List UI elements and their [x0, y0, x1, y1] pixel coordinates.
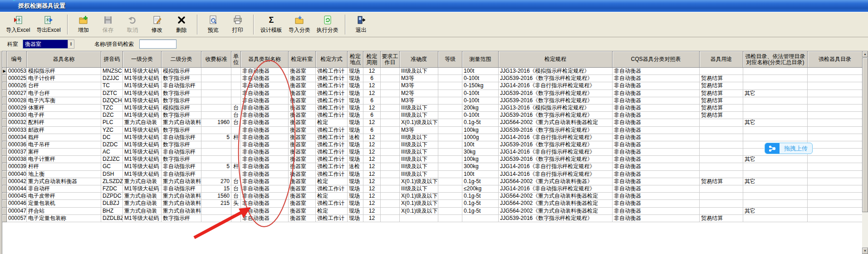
cell-cqs[interactable]: 非自动衡器 [613, 156, 700, 163]
cell-fee[interactable] [201, 90, 231, 97]
cell-cqs[interactable]: 非自动衡器 [613, 134, 700, 141]
cell-devclass[interactable]: 非自动衡器 [241, 68, 289, 75]
cell-usage[interactable] [700, 193, 743, 200]
cell-catalog_name[interactable] [743, 75, 808, 82]
cell-workdays[interactable] [381, 156, 400, 163]
cell-devclass[interactable]: 非自动衡器 [241, 171, 289, 178]
cell-cycle[interactable]: 6 [363, 127, 381, 134]
cell-unit[interactable]: 台 [231, 119, 241, 126]
cell-catalog_name[interactable] [743, 68, 808, 75]
cell-pinyin[interactable]: AC [101, 149, 123, 156]
cell-name[interactable]: 电子汽车衡 [27, 97, 101, 105]
cell-cat1[interactable]: M1等级大砝码 [123, 75, 162, 82]
cell-catalog[interactable] [808, 193, 862, 200]
row-selector-cell[interactable] [2, 75, 7, 82]
cell-dept[interactable]: 衡器室 [289, 105, 316, 112]
cell-dept[interactable]: 衡器室 [289, 75, 316, 82]
cell-pinyin[interactable]: DZJZC [101, 156, 123, 163]
cell-catalog[interactable] [808, 178, 862, 185]
cell-grade[interactable] [438, 149, 462, 156]
cell-pinyin[interactable]: TC [101, 82, 123, 90]
cell-fee[interactable] [201, 208, 231, 215]
scrollbar-thumb[interactable] [862, 58, 868, 212]
cell-place[interactable]: 现场 [348, 193, 363, 200]
cell-place[interactable]: 现场 [348, 75, 363, 82]
cell-cycle[interactable]: 12 [363, 163, 381, 170]
row-selector-cell[interactable] [2, 178, 7, 185]
cell-catalog[interactable] [808, 134, 862, 141]
cell-workdays[interactable] [381, 141, 400, 149]
cell-cat2[interactable]: 重力式自动装料 [162, 119, 201, 126]
cell-name[interactable]: 邮政秤 [27, 127, 101, 134]
cell-dept[interactable]: 衡器室 [289, 90, 316, 97]
cell-cycle[interactable]: 12 [363, 200, 381, 207]
row-selector-cell[interactable] [2, 97, 7, 105]
cell-cat2[interactable]: 模拟指示秤 [162, 68, 201, 75]
cell-no[interactable]: 000032 [7, 119, 27, 126]
column-header-workdays[interactable]: 要求工作日 [381, 51, 400, 68]
cell-dept[interactable]: 衡器室 [289, 119, 316, 126]
cell-pinyin[interactable]: DZTC [101, 90, 123, 97]
cell-workdays[interactable] [381, 193, 400, 200]
cell-range[interactable]: 30kg [462, 149, 499, 156]
cell-cycle[interactable]: 12 [363, 90, 381, 97]
cell-cqs[interactable]: 非自动衡器 [613, 119, 700, 126]
cell-accuracy[interactable]: X(0.1)级及以下 [400, 208, 438, 215]
column-header-accuracy[interactable]: 准确度 [400, 51, 438, 68]
cell-grade[interactable] [438, 163, 462, 170]
cell-pinyin[interactable]: DZDC [101, 141, 123, 149]
cell-catalog[interactable] [808, 82, 862, 90]
cell-range[interactable]: 0.1g-5t [462, 119, 499, 126]
cell-no[interactable]: 000037 [7, 149, 27, 156]
cell-place[interactable]: 现场 [348, 68, 363, 75]
search-input[interactable] [139, 40, 177, 49]
cell-usage[interactable] [700, 200, 743, 207]
cell-regulation[interactable]: JJG564-2002《重力式自动装料衡器检定 [499, 200, 613, 207]
column-header-range[interactable]: 测量范围 [462, 51, 499, 68]
cell-devclass[interactable]: 非自动衡器 [241, 82, 289, 90]
cell-method[interactable]: 强检工作计 [316, 90, 348, 97]
cell-workdays[interactable] [381, 171, 400, 178]
cell-workdays[interactable] [381, 178, 400, 185]
cell-unit[interactable] [231, 90, 241, 97]
cell-name[interactable]: 台秤 [27, 82, 101, 90]
cell-cat1[interactable]: M1等级大砝码 [123, 97, 162, 105]
row-selector-cell[interactable] [2, 185, 7, 193]
cell-method[interactable]: 检定 [316, 208, 348, 215]
cell-range[interactable]: 0-100t [462, 90, 499, 97]
row-selector-cell[interactable] [2, 105, 7, 112]
cell-range[interactable]: 0-100t [462, 112, 499, 119]
cell-workdays[interactable] [381, 127, 400, 134]
table-row[interactable]: 000032配料秤PLC重力式自动装重力式自动装料1960台非自动衡器衡器室检定… [2, 119, 862, 126]
cell-fee[interactable] [201, 149, 231, 156]
cell-pinyin[interactable]: FZDC [101, 185, 123, 193]
cell-workdays[interactable] [381, 112, 400, 119]
cell-workdays[interactable] [381, 68, 400, 75]
cell-cycle[interactable]: 6 [363, 75, 381, 82]
cell-no[interactable]: 000038 [7, 156, 27, 163]
preview-button[interactable]: 预览 [201, 13, 226, 36]
cell-method[interactable]: 强检工作计 [316, 149, 348, 156]
column-header-catalog[interactable]: 强检器具目录 [808, 51, 862, 68]
table-row[interactable]: 000029体重秤TZCM1等级大砝码模拟指示秤台非自动衡器衡器室强检工作计现场… [2, 105, 862, 112]
cell-no[interactable]: 000026 [7, 82, 27, 90]
cell-pinyin[interactable]: MNZSC [101, 68, 123, 75]
cell-devclass[interactable]: 非自动衡器 [241, 156, 289, 163]
column-header-catalog_name[interactable]: 强检目录、依法管理目录对应名称(分类汇总目录) [743, 51, 808, 68]
table-row[interactable]: 000026台秤TCM1等级大砝码非自动指示秤非自动衡器衡器室强检工作计现场12… [2, 82, 862, 90]
cell-name[interactable]: 电子台秤 [27, 90, 101, 97]
cell-catalog[interactable] [808, 105, 862, 112]
row-selector-cell[interactable] [2, 156, 7, 163]
column-header-no[interactable]: 编号 [7, 51, 27, 68]
cell-unit[interactable]: 台 [231, 185, 241, 193]
table-row[interactable]: ▶000053模拟指示秤MNZSCM1等级大砝码模拟指示秤非自动衡器衡器室强检工… [2, 68, 862, 75]
cell-cat1[interactable]: 重力式自动装 [123, 119, 162, 126]
cell-accuracy[interactable]: X(0.1)级及以下 [400, 178, 438, 185]
cell-accuracy[interactable]: III级及以下 [400, 112, 438, 119]
row-selector-cell[interactable] [2, 90, 7, 97]
column-header-method[interactable]: 检定方式 [316, 51, 348, 68]
cell-grade[interactable] [438, 134, 462, 141]
cell-usage[interactable]: 贸易结算 [700, 97, 743, 105]
cell-accuracy[interactable]: III级及以下 [400, 185, 438, 193]
cell-accuracy[interactable]: III级及以下 [400, 141, 438, 149]
